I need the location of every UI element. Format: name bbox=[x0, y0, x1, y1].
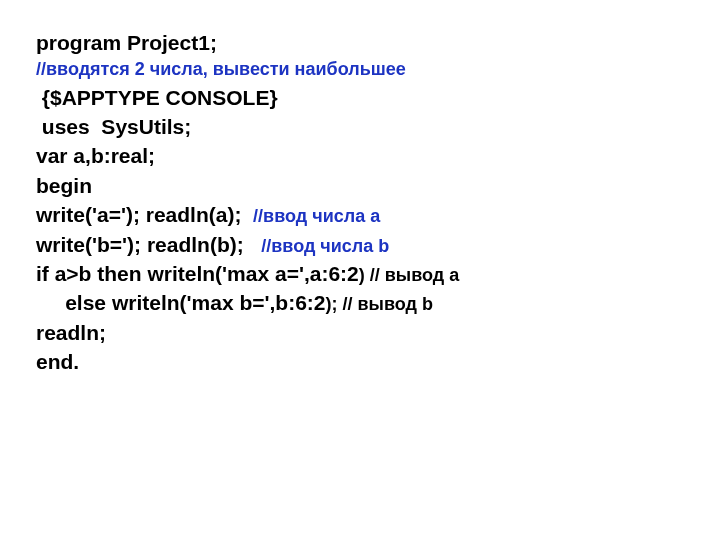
code-comment: //ввод числа a bbox=[253, 206, 380, 226]
code-line: else writeln('max b=',b:6:2); // вывод b bbox=[36, 288, 684, 317]
code-block: program Project1; //вводятся 2 числа, вы… bbox=[36, 28, 684, 376]
code-text: write('a='); readln(a); bbox=[36, 203, 253, 226]
code-line: {$APPTYPE CONSOLE} bbox=[36, 83, 684, 112]
code-comment: //вводятся 2 числа, вывести наибольшее bbox=[36, 57, 684, 82]
code-line: write('b='); readln(b); //ввод числа b bbox=[36, 230, 684, 259]
code-text: else writeln('max b=',b:6:2 bbox=[36, 291, 326, 314]
code-comment: //ввод числа b bbox=[261, 236, 389, 256]
code-trail: ); // вывод b bbox=[326, 294, 433, 314]
code-line: uses SysUtils; bbox=[36, 112, 684, 141]
code-line: if a>b then writeln('max a=',a:6:2) // в… bbox=[36, 259, 684, 288]
code-line: readln; bbox=[36, 318, 684, 347]
code-line: begin bbox=[36, 171, 684, 200]
code-text: write('b='); readln(b); bbox=[36, 233, 261, 256]
code-line: program Project1; bbox=[36, 28, 684, 57]
code-line: var a,b:real; bbox=[36, 141, 684, 170]
code-line: end. bbox=[36, 347, 684, 376]
code-trail: ) // вывод a bbox=[359, 265, 459, 285]
code-text: if a>b then writeln('max a=',a:6:2 bbox=[36, 262, 359, 285]
code-line: write('a='); readln(a); //ввод числа a bbox=[36, 200, 684, 229]
